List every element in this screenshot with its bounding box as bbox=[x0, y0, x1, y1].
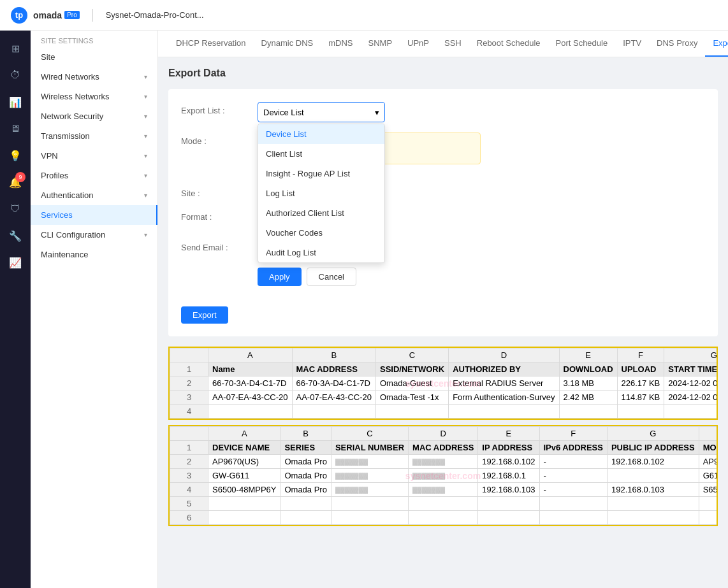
s2-cell-1-c: SERIAL NUMBER bbox=[331, 441, 408, 455]
logo-area: tp omada Pro Sysnet-Omada-Pro-Cont... bbox=[10, 6, 204, 24]
tab-iptv[interactable]: IPTV bbox=[615, 31, 649, 57]
s2-cell-2-g: 192.168.0.102 bbox=[607, 455, 699, 469]
icon-sidebar: ⊞ ⏱ 📊 🖥 💡 🔔 9 🛡 🔧 📈 bbox=[0, 31, 31, 588]
cell-3-f: 114.87 KB bbox=[617, 391, 664, 405]
cell-1-b: MAC ADDRESS bbox=[292, 362, 376, 376]
spreadsheet-area: sysnetcenter.com A B C D E F bbox=[168, 347, 718, 526]
export-list-chevron: ▾ bbox=[375, 108, 379, 117]
cancel-button[interactable]: Cancel bbox=[307, 268, 356, 286]
sidebar-item-maintenance[interactable]: Maintenance bbox=[31, 245, 157, 264]
content-area: Export Data Export List : Device List ▾ … bbox=[158, 57, 728, 588]
sidebar-item-transmission[interactable]: Transmission ▾ bbox=[31, 126, 157, 146]
dropdown-item-authorized-client[interactable]: Authorized Client List bbox=[258, 203, 384, 223]
dropdown-item-voucher-codes[interactable]: Voucher Codes bbox=[258, 223, 384, 243]
dropdown-item-client-list[interactable]: Client List bbox=[258, 144, 384, 164]
cell-1-a: Name bbox=[208, 362, 293, 376]
export-list-row: Export List : Device List ▾ Device List … bbox=[181, 102, 705, 122]
analytics-icon[interactable]: 📈 bbox=[3, 250, 28, 275]
apply-button[interactable]: Apply bbox=[258, 268, 302, 286]
dropdown-item-device-list[interactable]: Device List bbox=[258, 124, 384, 144]
chevron-wireless: ▾ bbox=[144, 93, 147, 100]
tab-reboot-schedule[interactable]: Reboot Schedule bbox=[469, 31, 548, 57]
export-list-label: Export List : bbox=[181, 102, 258, 115]
s2-cell-2-b: Omada Pro bbox=[280, 455, 331, 469]
sidebar-item-services[interactable]: Services bbox=[31, 205, 157, 225]
sidebar-item-cli-configuration[interactable]: CLI Configuration ▾ bbox=[31, 225, 157, 245]
table-row: 4 S6500-48MPP6Y Omada Pro ▓▓▓▓▓▓▓ ▓▓▓▓▓▓… bbox=[170, 483, 718, 497]
s2-col-e: E bbox=[478, 427, 539, 441]
wrench-icon[interactable]: 🔧 bbox=[3, 223, 28, 248]
light-icon[interactable]: 💡 bbox=[3, 143, 28, 168]
s2-cell-3-a: GW-G611 bbox=[208, 469, 280, 483]
tab-export-data[interactable]: Export Data bbox=[705, 31, 728, 57]
dashboard-icon[interactable]: ⊞ bbox=[3, 36, 28, 61]
s2-cell-3-b: Omada Pro bbox=[280, 469, 331, 483]
tab-dynamic-dns[interactable]: Dynamic DNS bbox=[254, 31, 321, 57]
export-button[interactable]: Export bbox=[181, 306, 228, 324]
dropdown-item-rogue-ap[interactable]: Insight - Rogue AP List bbox=[258, 164, 384, 183]
col-header-a: A bbox=[208, 348, 293, 362]
tab-dns-proxy[interactable]: DNS Proxy bbox=[649, 31, 705, 57]
tab-snmp[interactable]: SNMP bbox=[361, 31, 400, 57]
sidebar-item-wired-networks[interactable]: Wired Networks ▾ bbox=[31, 67, 157, 87]
cell-1-c: SSID/NETWORK bbox=[376, 362, 449, 376]
cell-2-f: 226.17 KB bbox=[617, 376, 664, 391]
devices-icon[interactable]: 🖥 bbox=[3, 116, 28, 141]
export-list-select[interactable]: Device List ▾ bbox=[258, 102, 385, 122]
s2-row-num-3: 3 bbox=[170, 469, 208, 483]
s2-cell-2-f: - bbox=[539, 455, 607, 469]
s2-cell-4-g: 192.168.0.103 bbox=[607, 483, 699, 497]
s2-cell-4-h: S6500-48MPP6Y v1.0 bbox=[699, 483, 718, 497]
dropdown-item-log-list[interactable]: Log List bbox=[258, 183, 384, 203]
sidebar-item-vpn[interactable]: VPN ▾ bbox=[31, 146, 157, 166]
tab-upnp[interactable]: UPnP bbox=[400, 31, 437, 57]
cell-1-g: START TIME bbox=[664, 362, 718, 376]
s2-row-num-5: 5 bbox=[170, 497, 208, 511]
col-header-c: C bbox=[376, 348, 449, 362]
s2-cell-1-g: PUBLIC IP ADDRESS bbox=[607, 441, 699, 455]
cell-2-c: Omada-Guest bbox=[376, 376, 449, 391]
col-header-e: E bbox=[559, 348, 617, 362]
chevron-cli: ▾ bbox=[144, 231, 147, 238]
dropdown-item-audit-log[interactable]: Audit Log List bbox=[258, 243, 384, 262]
main-content: DHCP Reservation Dynamic DNS mDNS SNMP U… bbox=[158, 31, 728, 588]
tab-dhcp-reservation[interactable]: DHCP Reservation bbox=[168, 31, 254, 57]
header-divider bbox=[92, 9, 93, 22]
s2-cell-3-h: G611 v1.0 bbox=[699, 469, 718, 483]
s2-cell-2-h: AP9670(US) v1.0 bbox=[699, 455, 718, 469]
cell-1-e: DOWNLOAD bbox=[559, 362, 617, 376]
row-num-4: 4 bbox=[170, 405, 208, 419]
s2-col-c: C bbox=[331, 427, 408, 441]
s2-row-num-4: 4 bbox=[170, 483, 208, 497]
sidebar-item-wireless-networks[interactable]: Wireless Networks ▾ bbox=[31, 87, 157, 106]
sidebar-item-network-security[interactable]: Network Security ▾ bbox=[31, 106, 157, 126]
s2-row-num-6: 6 bbox=[170, 511, 208, 525]
table-row: 4 bbox=[170, 405, 718, 419]
shield-icon[interactable]: 🛡 bbox=[3, 196, 28, 222]
export-list-value: Device List bbox=[263, 108, 304, 117]
export-section: Export bbox=[181, 296, 705, 324]
chevron-network-security: ▾ bbox=[144, 113, 147, 120]
s2-row-num-1: 1 bbox=[170, 441, 208, 455]
export-list-dropdown: Device List Client List Insight - Rogue … bbox=[258, 124, 385, 263]
cell-2-g: 2024-12-02 09:20:02 AM bbox=[664, 376, 718, 391]
alert-icon[interactable]: 🔔 9 bbox=[3, 169, 28, 195]
sidebar-item-profiles[interactable]: Profiles ▾ bbox=[31, 166, 157, 185]
spreadsheet1-wrapper: sysnetcenter.com A B C D E F bbox=[170, 348, 717, 419]
cell-2-d: External RADIUS Server bbox=[449, 376, 559, 391]
tp-link-icon: tp bbox=[10, 6, 28, 24]
clock-icon[interactable]: ⏱ bbox=[3, 62, 28, 88]
cell-2-e: 3.18 MB bbox=[559, 376, 617, 391]
stats-icon[interactable]: 📊 bbox=[3, 89, 28, 115]
chevron-wired: ▾ bbox=[144, 73, 147, 80]
table-row: 5 bbox=[170, 497, 718, 511]
omada-text: omada bbox=[33, 10, 62, 20]
tab-mdns[interactable]: mDNS bbox=[321, 31, 360, 57]
send-email-label: Send Email : bbox=[181, 239, 258, 252]
action-buttons: Apply Cancel bbox=[258, 262, 513, 286]
sidebar-item-site[interactable]: Site bbox=[31, 47, 157, 67]
tab-port-schedule[interactable]: Port Schedule bbox=[548, 31, 616, 57]
sidebar-item-authentication[interactable]: Authentication ▾ bbox=[31, 185, 157, 205]
tab-ssh[interactable]: SSH bbox=[437, 31, 469, 57]
s2-cell-4-b: Omada Pro bbox=[280, 483, 331, 497]
